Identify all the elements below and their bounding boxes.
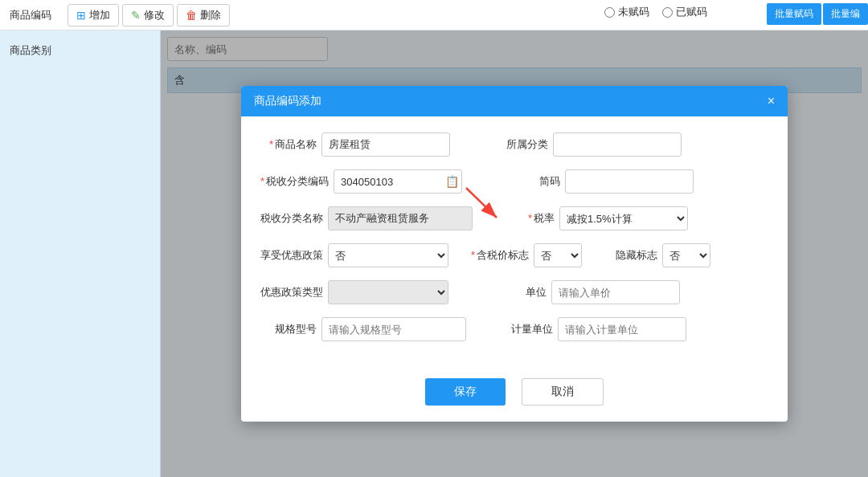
product-name-label: *商品名称 [260, 137, 317, 152]
batch-other-button[interactable]: 批量编 [823, 3, 868, 25]
field-category: 所属分类 [492, 132, 682, 157]
dialog-header: 商品编码添加 × [241, 86, 788, 116]
field-tax-rate: *税率 减按1.5%计算 3% 6% 9% 13% [498, 206, 688, 230]
field-tax-code: *税收分类编码 📋 [260, 169, 462, 194]
tax-rate-select[interactable]: 减按1.5%计算 3% 6% 9% 13% [559, 206, 688, 230]
dialog-body: *商品名称 所属分类 *税收分类编码 [241, 116, 788, 362]
field-preference-type: 优惠政策类型 [260, 280, 448, 304]
form-row-2: *税收分类编码 📋 简码 [260, 169, 768, 194]
field-short-code: 简码 [504, 169, 694, 194]
radio-assigned-label: 已赋码 [676, 5, 707, 19]
spec-input[interactable] [321, 317, 466, 341]
delete-button[interactable]: 🗑 删除 [177, 4, 230, 26]
form-row-6: 规格型号 计量单位 [260, 317, 768, 341]
radio-assigned-input[interactable] [662, 7, 673, 18]
unit-input[interactable] [551, 280, 680, 304]
field-unit: 单位 [490, 280, 680, 304]
sidebar: 商品类别 [0, 31, 161, 477]
edit-button[interactable]: ✎ 修改 [122, 4, 174, 26]
cancel-button[interactable]: 取消 [522, 378, 604, 406]
short-code-label: 简码 [504, 174, 560, 189]
preference-type-label: 优惠政策类型 [260, 285, 323, 300]
required-star-1: * [269, 138, 273, 150]
field-measure-unit: 计量单位 [497, 317, 686, 341]
measure-unit-input[interactable] [558, 317, 686, 341]
batch-assign-button[interactable]: 批量赋码 [767, 3, 821, 25]
category-input[interactable] [553, 132, 682, 157]
spec-label: 规格型号 [260, 322, 317, 336]
form-row-4: 享受优惠政策 否 是 *含税价标志 否 [260, 243, 768, 267]
dialog-close-button[interactable]: × [768, 95, 775, 108]
required-star-2: * [260, 175, 264, 187]
dialog-footer: 保存 取消 [241, 378, 788, 406]
tax-included-select[interactable]: 否 是 [534, 243, 582, 267]
product-name-input[interactable] [321, 132, 450, 157]
radio-unassigned[interactable]: 未赋码 [604, 5, 649, 19]
save-button[interactable]: 保存 [425, 378, 506, 406]
tax-rate-label: *税率 [498, 211, 555, 226]
form-row-3: 税收分类名称 [260, 206, 768, 230]
required-star-4: * [471, 249, 475, 261]
tax-category-input [328, 206, 473, 230]
batch-buttons-group: 批量赋码 批量编 [767, 3, 868, 25]
field-spec: 规格型号 [260, 317, 466, 341]
form-row-5: 优惠政策类型 单位 [260, 280, 768, 304]
dialog-add-product: 商品编码添加 × *商品名称 所属分类 [241, 86, 788, 422]
tax-included-label: *含税价标志 [471, 248, 529, 263]
edit-label: 修改 [144, 8, 165, 22]
preference-select[interactable]: 否 是 [328, 243, 448, 267]
lookup-icon[interactable]: 📋 [445, 175, 459, 188]
hide-select[interactable]: 否 是 [662, 243, 710, 267]
radio-assigned[interactable]: 已赋码 [662, 5, 707, 19]
preference-type-select[interactable] [328, 280, 448, 304]
radio-group: 未赋码 已赋码 [604, 5, 707, 19]
add-icon: ⊞ [76, 9, 86, 22]
add-label: 增加 [89, 8, 110, 22]
tax-category-label: 税收分类名称 [260, 211, 323, 226]
tax-code-input-wrapper: 📋 [334, 169, 462, 194]
required-star-3: * [528, 212, 532, 224]
modal-overlay: 商品编码添加 × *商品名称 所属分类 [161, 31, 868, 477]
content-area: 含 商品编码添加 × *商品名称 [161, 31, 868, 477]
measure-unit-label: 计量单位 [497, 322, 553, 336]
top-bar: 商品编码 ⊞ 增加 ✎ 修改 🗑 删除 未赋码 已赋码 批量赋码 批量编 [0, 0, 868, 31]
unit-label: 单位 [490, 285, 547, 300]
radio-unassigned-input[interactable] [604, 7, 615, 18]
field-tax-category: 税收分类名称 [260, 206, 473, 230]
edit-icon: ✎ [131, 9, 141, 22]
sidebar-title: 商品类别 [0, 37, 160, 64]
field-preference: 享受优惠政策 否 是 [260, 243, 448, 267]
preference-label: 享受优惠政策 [260, 248, 323, 263]
main-layout: 商品类别 含 商品编码添加 × [0, 31, 868, 477]
tax-code-input[interactable] [334, 169, 462, 194]
short-code-input[interactable] [565, 169, 694, 194]
hide-label: 隐藏标志 [601, 248, 657, 263]
field-tax-included: *含税价标志 否 是 [471, 243, 582, 267]
delete-label: 删除 [200, 8, 221, 22]
dialog-title: 商品编码添加 [254, 94, 321, 108]
delete-icon: 🗑 [186, 9, 197, 22]
app-title: 商品编码 [10, 8, 51, 22]
radio-unassigned-label: 未赋码 [618, 5, 649, 19]
category-label: 所属分类 [492, 137, 548, 152]
field-product-name: *商品名称 [260, 132, 450, 157]
add-button[interactable]: ⊞ 增加 [68, 4, 119, 26]
tax-code-label: *税收分类编码 [260, 174, 329, 189]
field-hide: 隐藏标志 否 是 [601, 243, 710, 267]
form-row-1: *商品名称 所属分类 [260, 132, 768, 157]
